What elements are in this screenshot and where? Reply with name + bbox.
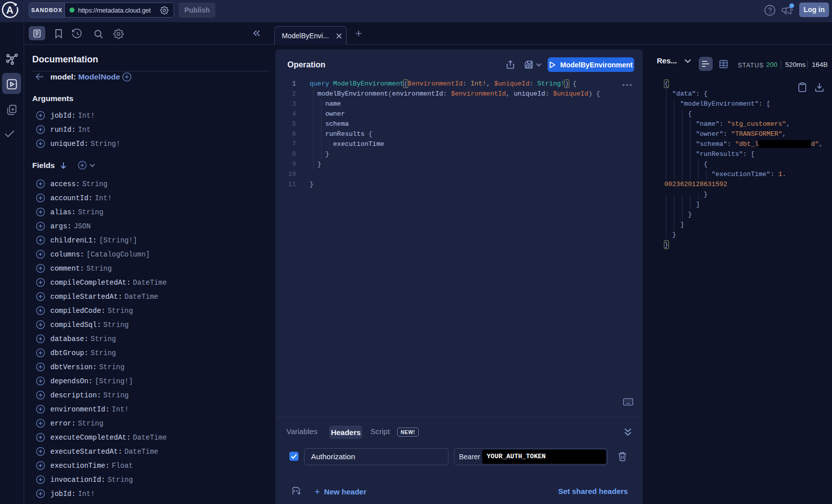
svg-text:A: A [6,5,13,16]
